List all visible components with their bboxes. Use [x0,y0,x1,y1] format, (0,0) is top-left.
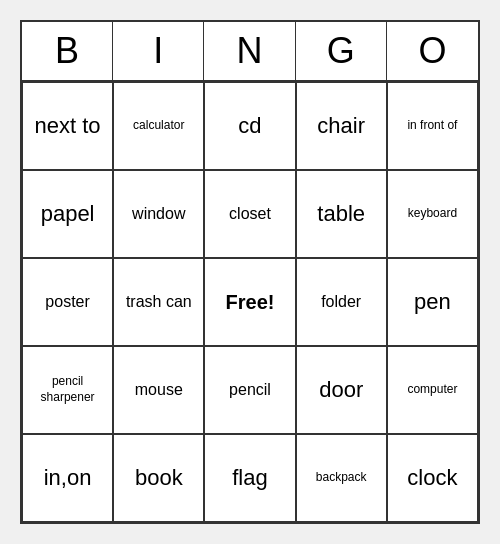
bingo-cell: in,on [22,434,113,522]
bingo-cell: trash can [113,258,204,346]
bingo-cell: mouse [113,346,204,434]
bingo-cell: closet [204,170,295,258]
header-letter: B [22,22,113,80]
bingo-cell: keyboard [387,170,478,258]
bingo-cell: backpack [296,434,387,522]
bingo-cell: flag [204,434,295,522]
bingo-cell: clock [387,434,478,522]
bingo-cell: door [296,346,387,434]
bingo-cell: cd [204,82,295,170]
bingo-cell: chair [296,82,387,170]
header-letter: I [113,22,204,80]
bingo-cell: in front of [387,82,478,170]
bingo-cell: window [113,170,204,258]
bingo-cell: next to [22,82,113,170]
bingo-cell: folder [296,258,387,346]
bingo-cell: book [113,434,204,522]
header-letter: G [296,22,387,80]
bingo-cell: papel [22,170,113,258]
bingo-cell: pencil sharpener [22,346,113,434]
bingo-cell: table [296,170,387,258]
bingo-cell: Free! [204,258,295,346]
bingo-header: BINGO [22,22,478,82]
bingo-cell: pencil [204,346,295,434]
bingo-cell: calculator [113,82,204,170]
bingo-cell: pen [387,258,478,346]
bingo-grid: next tocalculatorcdchairin front ofpapel… [22,82,478,522]
header-letter: N [204,22,295,80]
bingo-card: BINGO next tocalculatorcdchairin front o… [20,20,480,524]
bingo-cell: poster [22,258,113,346]
bingo-cell: computer [387,346,478,434]
header-letter: O [387,22,478,80]
